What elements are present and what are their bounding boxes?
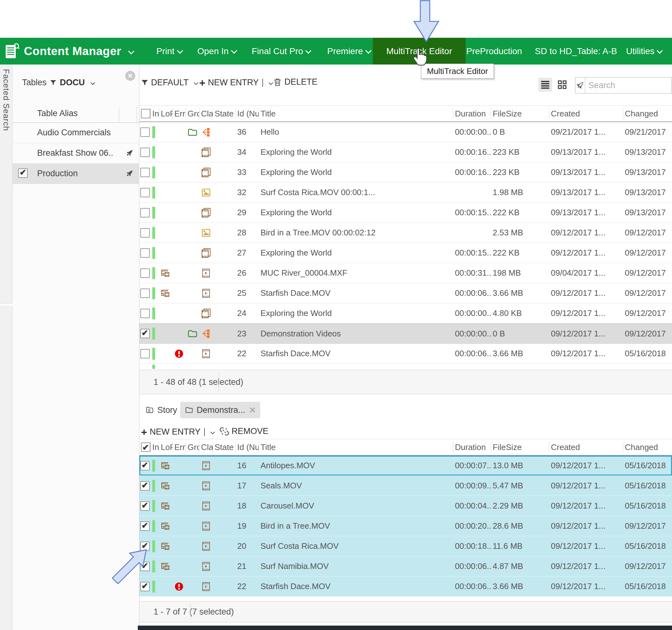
- column-header-grou[interactable]: Grou: [186, 442, 199, 453]
- column-header-title[interactable]: Title: [259, 108, 453, 119]
- column-header-error[interactable]: Error: [172, 442, 186, 453]
- table-row[interactable]: 19Bird in a Tree.MOV00:00:20....28.6 MB0…: [139, 516, 672, 536]
- menu-item-premiere[interactable]: Premiere: [327, 38, 370, 65]
- row-checkbox[interactable]: [140, 521, 150, 531]
- rocket-icon[interactable]: [125, 148, 134, 158]
- row-checkbox[interactable]: [140, 208, 150, 217]
- related-chip-2[interactable]: Demonstra...✕: [180, 402, 260, 418]
- column-header-title[interactable]: Title: [259, 442, 453, 453]
- table-row[interactable]: 24Exploring the World00:00:00....4.80 KB…: [139, 303, 672, 324]
- column-header-id-numb[interactable]: Id (Numb: [235, 442, 259, 453]
- sidebar-table-row[interactable]: Breakfast Show 06...: [13, 143, 139, 164]
- table-row[interactable]: 36Hello00:00:00....0 B09/21/2017 1...09/…: [139, 122, 672, 142]
- remove-button[interactable]: REMOVE: [220, 426, 268, 436]
- lores-proxy-icon: [161, 501, 171, 511]
- table-row[interactable]: 32Surf Costa Rica.MOV 00:00:1...1.98 MB0…: [139, 183, 672, 203]
- row-checkbox[interactable]: [140, 228, 150, 238]
- menu-item-open-in[interactable]: Open In: [197, 38, 236, 65]
- row-checkbox[interactable]: [18, 168, 28, 178]
- column-header-created[interactable]: Created: [549, 442, 623, 453]
- filter-funnel-icon[interactable]: [50, 79, 57, 86]
- table-row[interactable]: 18Carousel.MOV00:00:04....2.29 MB09/12/2…: [139, 496, 672, 516]
- menu-item-final-cut-pro[interactable]: Final Cut Pro: [252, 38, 311, 65]
- tables-filter-value[interactable]: DOCU: [60, 78, 85, 88]
- table-row[interactable]: 28Bird in a Tree.MOV 00:00:02:122.53 MB0…: [139, 223, 672, 243]
- row-checkbox[interactable]: [140, 248, 150, 258]
- column-header-state[interactable]: State: [213, 442, 235, 453]
- row-checkbox[interactable]: [140, 288, 150, 298]
- column-header-id-numb[interactable]: Id (Numb: [235, 108, 259, 119]
- title-cell: Hello: [259, 127, 453, 137]
- row-checkbox[interactable]: [140, 168, 150, 177]
- column-header-lore[interactable]: LoRe: [159, 442, 172, 453]
- list-view-button[interactable]: [538, 78, 552, 92]
- column-header-in[interactable]: In: [150, 108, 159, 119]
- column-header-state[interactable]: State: [213, 108, 235, 119]
- column-header-filesize[interactable]: FileSize: [491, 108, 549, 119]
- table-row[interactable]: 29Exploring the World00:00:15....222 KB0…: [139, 203, 672, 223]
- id-cell-text: 24: [235, 308, 246, 318]
- table-row[interactable]: 22Starfish Dace.MOV00:00:06....3.66 MB09…: [139, 577, 672, 597]
- menu-item-preproduction[interactable]: PreProduction: [466, 38, 522, 65]
- title-cell: Exploring the World: [259, 167, 453, 177]
- search-rocket-icon[interactable]: [575, 77, 585, 93]
- default-filter-button[interactable]: DEFAULT: [141, 78, 197, 88]
- table-row[interactable]: 25Starfish Dace.MOV00:00:06....3.66 MB09…: [139, 283, 672, 303]
- column-header-class[interactable]: Class: [199, 442, 213, 453]
- close-icon[interactable]: ✕: [249, 405, 256, 415]
- row-checkbox[interactable]: [140, 329, 150, 338]
- rocket-icon[interactable]: [125, 169, 134, 178]
- table-row[interactable]: 17Seals.MOV00:00:09....5.47 MB09/12/2017…: [139, 476, 672, 496]
- row-checkbox[interactable]: [140, 349, 150, 358]
- table-row[interactable]: 26MUC River_00004.MXF00:00:31....198 MB0…: [139, 263, 672, 283]
- select-all-checkbox[interactable]: [141, 109, 150, 118]
- table-row[interactable]: 27Exploring the World00:00:15....222 KB0…: [139, 243, 672, 263]
- row-checkbox[interactable]: [140, 188, 150, 197]
- row-checkbox[interactable]: [140, 309, 150, 318]
- close-icon[interactable]: ✕: [125, 71, 135, 81]
- delete-button[interactable]: DELETE: [273, 77, 317, 87]
- id-cell: 34: [235, 147, 259, 157]
- column-header-duration[interactable]: Duration: [453, 108, 491, 119]
- faceted-search-panel[interactable]: Faceted Search: [0, 65, 13, 630]
- sidebar-table-row[interactable]: Production: [13, 164, 139, 184]
- row-checkbox[interactable]: [140, 147, 150, 157]
- table-row[interactable]: 20Surf Costa Rica.MOV00:00:18....11.6 MB…: [139, 536, 672, 556]
- table-row[interactable]: 21Surf Namibia.MOV00:00:06....4.87 MB09/…: [139, 556, 672, 577]
- column-header-error[interactable]: Error: [172, 108, 186, 119]
- row-checkbox[interactable]: [140, 461, 150, 470]
- column-header-lore[interactable]: LoRe: [159, 108, 172, 119]
- column-header-changed[interactable]: Changed: [623, 442, 672, 453]
- column-header-duration[interactable]: Duration: [453, 442, 491, 453]
- column-header-in[interactable]: In: [150, 442, 159, 453]
- menu-item-utilities[interactable]: Utilities: [626, 38, 662, 65]
- new-entry-button[interactable]: + NEW ENTRY: [199, 78, 272, 88]
- select-all-checkbox[interactable]: [141, 442, 150, 452]
- table-row[interactable]: 33Exploring the World00:00:16....223 KB0…: [139, 162, 672, 183]
- row-checkbox[interactable]: [140, 501, 150, 511]
- app-brand[interactable]: Content Manager: [5, 38, 134, 65]
- chevron-down-icon[interactable]: [90, 80, 95, 85]
- menu-item-sd-to-hd[interactable]: SD to HD_Table: A-B: [535, 38, 617, 65]
- row-checkbox[interactable]: [140, 481, 150, 491]
- column-header-changed[interactable]: Changed: [623, 108, 672, 119]
- column-header-grou[interactable]: Grou: [186, 108, 199, 119]
- table-row[interactable]: 16Antilopes.MOV00:00:07....13.0 MB09/12/…: [139, 456, 672, 476]
- row-checkbox[interactable]: [140, 127, 150, 137]
- table-row[interactable]: 34Exploring the World00:00:16....223 KB0…: [139, 142, 672, 162]
- table-row[interactable]: 22Starfish Dace.MOV00:00:06....3.66 MB09…: [139, 344, 672, 364]
- menu-item-print[interactable]: Print: [157, 38, 182, 65]
- duration-cell: 00:00:15....: [453, 208, 491, 217]
- table-alias-header[interactable]: Table Alias: [13, 105, 139, 123]
- grid-view-button[interactable]: [555, 78, 569, 92]
- column-header-created[interactable]: Created: [549, 108, 623, 119]
- sidebar-table-row[interactable]: Audio Commercials: [13, 123, 139, 143]
- related-new-entry-button[interactable]: + NEW ENTRY: [141, 427, 214, 437]
- column-header-class[interactable]: Class: [199, 108, 213, 119]
- column-header-filesize[interactable]: FileSize: [491, 442, 549, 453]
- title-cell: MUC River_00004.MXF: [259, 268, 453, 278]
- search-input[interactable]: [585, 77, 672, 93]
- row-checkbox[interactable]: [140, 269, 150, 278]
- filesize-cell: 4.80 KB: [491, 308, 549, 318]
- table-row[interactable]: 23Demonstration Videos00:00:00....0 B09/…: [139, 324, 672, 344]
